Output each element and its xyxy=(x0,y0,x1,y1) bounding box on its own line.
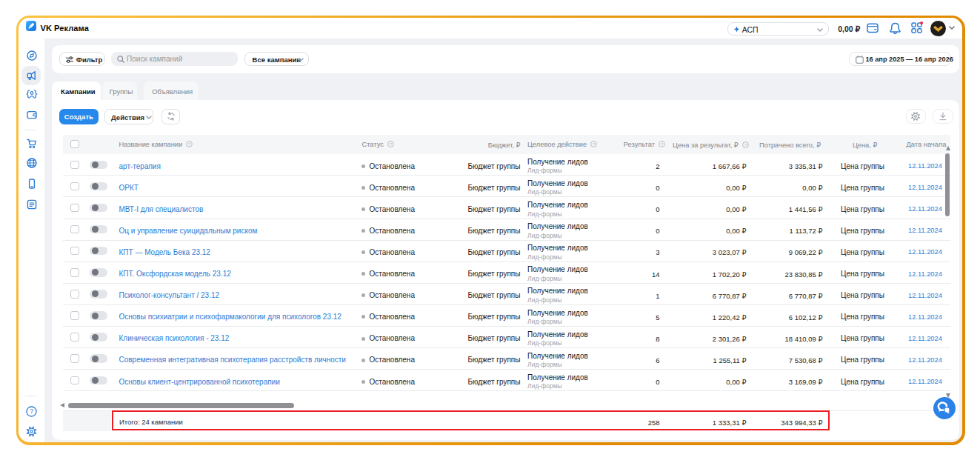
svg-text:?: ? xyxy=(30,407,34,415)
svg-text:?: ? xyxy=(188,142,190,147)
svg-text:?: ? xyxy=(390,142,392,147)
